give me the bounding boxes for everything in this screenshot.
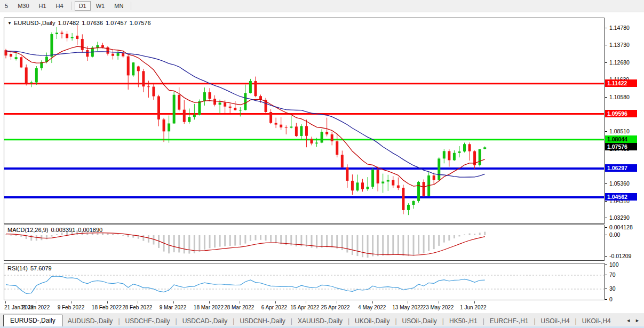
candle-body bbox=[397, 186, 400, 188]
macd-histogram-bar bbox=[234, 235, 236, 246]
macd-histogram-bar bbox=[265, 235, 267, 241]
chart-tab-EURCHF-H1[interactable]: EURCHF-,H1 bbox=[484, 316, 534, 327]
rsi-axis-tick bbox=[605, 299, 607, 300]
candle-body bbox=[407, 205, 410, 210]
current-price-chip: 1.07576 bbox=[605, 143, 637, 150]
date-tick bbox=[306, 301, 306, 303]
rsi-axis-label: 100 bbox=[609, 261, 619, 268]
candlestick-plot bbox=[4, 18, 604, 223]
chart-dropdown-icon[interactable]: ▼ bbox=[7, 21, 12, 26]
macd-histogram-bar bbox=[331, 235, 333, 247]
macd-histogram-bar bbox=[188, 235, 190, 254]
chart-tab-HK50-H1[interactable]: HK50-,H1 bbox=[444, 316, 483, 327]
candle-body bbox=[122, 53, 124, 56]
chart-tab-XAUUSD-Daily[interactable]: XAUUSD-,Daily bbox=[292, 316, 348, 327]
date-tick bbox=[474, 301, 475, 303]
chart-tab-EURUSD-Daily[interactable]: EURUSD-,Daily bbox=[3, 315, 62, 327]
candle-body bbox=[20, 57, 22, 67]
macd-signal-value: 0.001890 bbox=[78, 227, 102, 233]
price-axis-tick bbox=[605, 45, 607, 45]
macd-histogram-bar bbox=[168, 235, 170, 253]
macd-histogram-bar bbox=[36, 235, 37, 241]
rsi-axis-label: 70 bbox=[609, 271, 616, 278]
tab-scroll-right-button[interactable]: ► bbox=[633, 318, 642, 323]
rsi-name: RSI(14) bbox=[7, 265, 28, 271]
ma-fast-line bbox=[6, 46, 485, 187]
macd-histogram-bar bbox=[423, 235, 425, 253]
candle-body bbox=[76, 36, 78, 39]
candle-body bbox=[371, 170, 374, 187]
rsi-panel: RSI(14)57.6079 bbox=[4, 263, 605, 300]
date-label: 6 Apr 2022 bbox=[261, 305, 287, 310]
timeframe-button-H1[interactable]: H1 bbox=[35, 1, 51, 11]
candle-body bbox=[142, 71, 145, 86]
candle-body bbox=[152, 87, 155, 97]
timeframe-button-5[interactable]: 5 bbox=[1, 1, 12, 11]
chart-tab-USOil-Daily[interactable]: USOil-,Daily bbox=[397, 316, 442, 327]
timeframe-button-H4[interactable]: H4 bbox=[52, 1, 68, 11]
macd-histogram-bar bbox=[209, 235, 211, 248]
macd-histogram-bar bbox=[336, 235, 338, 249]
candle-body bbox=[448, 151, 450, 160]
chart-low-value: 1.07457 bbox=[106, 20, 127, 26]
chart-window: ▼EURUSD-,Daily1.074821.076361.074571.075… bbox=[0, 12, 644, 314]
macd-histogram-bar bbox=[5, 234, 7, 235]
candle-body bbox=[173, 95, 176, 124]
candle-body bbox=[147, 86, 150, 87]
chart-tab-USDCAD-Daily[interactable]: USDCAD-,Daily bbox=[177, 316, 233, 327]
macd-histogram-bar bbox=[178, 235, 180, 252]
macd-histogram-bar bbox=[326, 235, 328, 247]
chart-tab-AUDUSD-Daily[interactable]: AUDUSD-,Daily bbox=[62, 316, 118, 327]
main-chart-panel: ▼EURUSD-,Daily1.074821.076361.074571.075… bbox=[4, 18, 605, 224]
macd-axis-tick bbox=[605, 227, 607, 228]
candle-body bbox=[61, 33, 63, 34]
candle-body bbox=[392, 180, 394, 185]
candle-body bbox=[213, 99, 216, 105]
candle-body bbox=[325, 132, 328, 134]
macd-histogram-bar bbox=[458, 235, 460, 236]
candle-body bbox=[30, 82, 33, 83]
date-tick bbox=[5, 301, 6, 303]
macd-histogram-bar bbox=[433, 235, 435, 249]
macd-histogram-bar bbox=[244, 235, 246, 244]
candle-body bbox=[341, 155, 344, 167]
macd-histogram-bar bbox=[255, 235, 256, 240]
candle-body bbox=[315, 142, 318, 143]
timeframe-button-MN[interactable]: MN bbox=[110, 1, 128, 11]
date-axis: 21 Jan 202231 Jan 20229 Feb 202218 Feb 2… bbox=[4, 301, 605, 314]
macd-histogram-bar bbox=[438, 235, 440, 246]
date-label: 15 Apr 2022 bbox=[290, 305, 319, 310]
macd-histogram-bar bbox=[30, 235, 32, 241]
chart-tab-UKOil-Daily[interactable]: UKOil-,Daily bbox=[349, 316, 395, 327]
tab-scroll-left-button[interactable]: ◄ bbox=[624, 318, 633, 323]
chart-tab-USDCHF-Daily[interactable]: USDCHF-,Daily bbox=[120, 316, 176, 327]
candle-body bbox=[35, 68, 38, 82]
macd-histogram-bar bbox=[474, 234, 475, 235]
macd-histogram-bar bbox=[448, 235, 450, 241]
chart-tab-USDCNH-Daily[interactable]: USDCNH-,Daily bbox=[234, 316, 290, 327]
candle-body bbox=[402, 188, 404, 210]
candle-body bbox=[112, 54, 114, 56]
macd-histogram-bar bbox=[107, 234, 109, 235]
chart-tab-USOil-H4[interactable]: USOil-,H4 bbox=[536, 316, 575, 327]
macd-histogram-bar bbox=[413, 235, 415, 256]
rsi-axis-label: 30 bbox=[609, 285, 616, 292]
macd-histogram-bar bbox=[260, 235, 261, 240]
macd-main-value: 0.003391 bbox=[51, 227, 75, 233]
candle-body bbox=[96, 45, 99, 48]
price-axis-tick bbox=[605, 131, 607, 132]
timeframe-button-W1[interactable]: W1 bbox=[92, 1, 109, 11]
candle-body bbox=[417, 182, 420, 201]
timeframe-button-D1[interactable]: D1 bbox=[75, 1, 91, 11]
chart-tab-UKOil-H4[interactable]: UKOil-,H4 bbox=[577, 316, 616, 327]
macd-axis-tick bbox=[605, 235, 607, 235]
candle-body bbox=[433, 175, 435, 180]
macd-histogram-bar bbox=[270, 235, 272, 242]
candle-body bbox=[463, 144, 466, 151]
macd-histogram-bar bbox=[46, 235, 47, 239]
toolbar-separator bbox=[71, 2, 71, 10]
macd-axis-label: 0.00 bbox=[609, 231, 620, 238]
macd-histogram-bar bbox=[128, 235, 129, 237]
macd-histogram-bar bbox=[352, 235, 353, 255]
timeframe-button-M30[interactable]: M30 bbox=[13, 1, 33, 11]
